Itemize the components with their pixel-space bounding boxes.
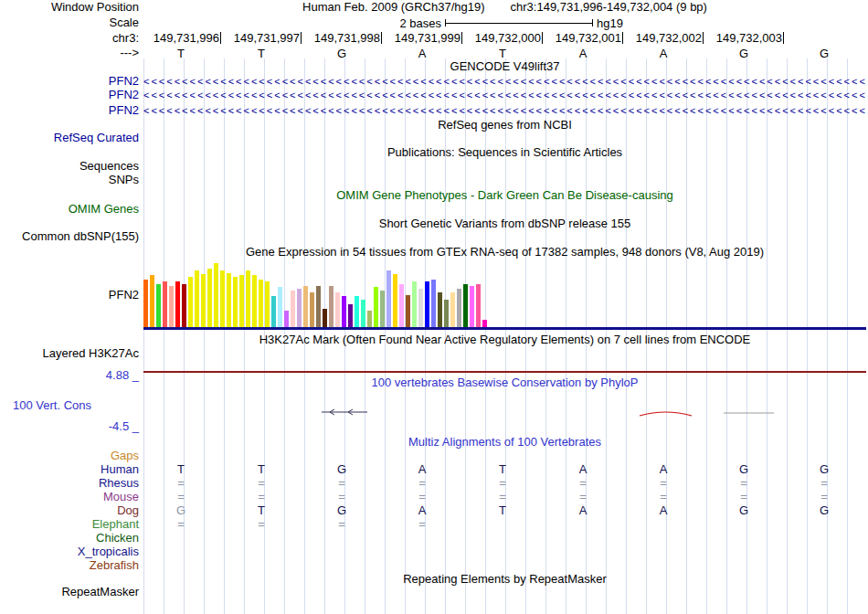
alignment-cell: = — [734, 491, 754, 503]
gene-label-pfn2-2[interactable]: PFN2 — [0, 89, 139, 101]
gtex-expression-bar — [418, 289, 423, 327]
phylop-title: 100 vertebrates Basewise Conservation by… — [143, 376, 866, 389]
alignment-cell: A — [573, 504, 593, 517]
gene-structure-pfn2-1[interactable]: <<<<<<<<<<<<<<<<<<<<<<<<<<<<<<<<<<<<<<<<… — [143, 75, 866, 88]
gtex-expression-bar — [450, 292, 455, 327]
refseq-curated-label[interactable]: RefSeq Curated — [0, 132, 139, 144]
gtex-expression-bar — [297, 289, 302, 327]
coordinate-label: 149,731,997 — [221, 32, 302, 44]
gtex-expression-bar — [425, 281, 429, 327]
window-position-title: Human Feb. 2009 (GRCh37/hg19)chr3:149,73… — [143, 1, 866, 14]
scale-label: Scale — [0, 16, 139, 29]
alignment-cell: A — [573, 463, 593, 476]
alignment-cell: = — [412, 491, 432, 503]
coordinate-label: 149,732,002 — [623, 32, 704, 44]
gtex-expression-bar — [156, 284, 161, 327]
alignment-cell: = — [332, 491, 352, 503]
gene-structure-pfn2-2[interactable]: <<<<<<<<<<<<<<<<<<<<<<<<<<<<<<<<<<<<<<<<… — [143, 89, 866, 101]
species-label-chicken[interactable]: Chicken — [0, 532, 139, 545]
omim-genes-label[interactable]: OMIM Genes — [0, 203, 139, 216]
omim-title: OMIM Gene Phenotypes - Dark Green Can Be… — [143, 189, 866, 202]
gene-structure-pfn2-3[interactable]: <<<<<<<<<<<<<<<<<<<<<<<<<<<<<<<<<<<<<<<<… — [143, 104, 866, 117]
alignment-cell: = — [492, 491, 513, 503]
coordinate-label: 149,731,999 — [382, 32, 462, 44]
sequences-label[interactable]: Sequences — [0, 160, 139, 173]
alignment-cell: = — [251, 518, 271, 531]
gene-label-pfn2-1[interactable]: PFN2 — [0, 75, 139, 88]
alignment-cell: T — [251, 504, 271, 517]
gtex-expression-bar — [233, 277, 238, 327]
gtex-expression-bar — [239, 275, 244, 327]
alignment-cell: T — [171, 463, 191, 476]
reference-base: A — [412, 47, 432, 60]
coordinate-label: 149,731,996 — [141, 32, 221, 44]
reference-base: T — [492, 47, 513, 60]
species-label-zebrafish[interactable]: Zebrafish — [0, 559, 139, 572]
phylop-track-label[interactable]: 100 Vert. Cons — [0, 399, 91, 412]
gtex-expression-bar — [393, 274, 397, 327]
gtex-expression-bar — [214, 263, 218, 327]
reference-base: G — [734, 47, 754, 60]
species-label-mouse[interactable]: Mouse — [0, 491, 139, 503]
alignment-cell: T — [492, 504, 513, 517]
species-label-elephant[interactable]: Elephant — [0, 518, 139, 531]
alignment-cell: T — [492, 463, 513, 476]
alignment-cell: G — [332, 463, 352, 476]
gtex-expression-bar — [195, 270, 199, 327]
gtex-expression-bar — [329, 286, 333, 327]
phylop-conservation-marks — [143, 404, 866, 424]
species-label-dog[interactable]: Dog — [0, 504, 139, 517]
scale-genome-label: hg19 — [597, 16, 623, 30]
genome-browser-image: Window Position Human Feb. 2009 (GRCh37/… — [0, 0, 868, 614]
gtex-expression-bar — [220, 270, 225, 327]
alignment-cell: = — [492, 477, 513, 490]
gtex-title: Gene Expression in 54 tissues from GTEx … — [143, 246, 866, 259]
gtex-expression-chart[interactable] — [143, 259, 491, 327]
reference-base: G — [814, 47, 834, 60]
gtex-expression-bar — [342, 296, 346, 327]
scale-bar — [445, 19, 593, 26]
phylop-max-label: 4.88 _ — [0, 369, 139, 382]
gtex-expression-bar — [406, 295, 410, 327]
alignment-cell: = — [573, 491, 593, 503]
gene-label-pfn2-3[interactable]: PFN2 — [0, 104, 139, 117]
alignment-cell: A — [653, 463, 673, 476]
alignment-cell: = — [251, 491, 271, 503]
scale-value: 2 bases — [143, 16, 441, 30]
alignment-cell: = — [332, 518, 352, 531]
reference-base: T — [251, 47, 271, 60]
repeatmasker-label[interactable]: RepeatMasker — [0, 586, 139, 598]
alignment-cell: = — [412, 477, 432, 490]
gtex-expression-bar — [163, 281, 167, 327]
gtex-expression-bar — [463, 284, 468, 327]
gtex-expression-bar — [431, 280, 436, 327]
alignment-cell: A — [653, 504, 673, 517]
assembly-name: Human Feb. 2009 (GRCh37/hg19) — [302, 0, 484, 14]
coordinate-label: 149,732,001 — [543, 32, 623, 44]
gtex-expression-bar — [399, 284, 404, 327]
species-label-x_tropicalis[interactable]: X_tropicalis — [0, 545, 139, 558]
coordinate-label: 149,732,000 — [462, 32, 543, 44]
species-label-gaps[interactable]: Gaps — [0, 450, 139, 462]
species-label-rhesus[interactable]: Rhesus — [0, 477, 139, 490]
h3k27ac-signal-line — [143, 371, 866, 373]
snps-label[interactable]: SNPs — [0, 174, 139, 186]
gtex-expression-bar — [386, 270, 391, 327]
gtex-gene-label[interactable]: PFN2 — [0, 289, 139, 302]
gtex-baseline — [143, 327, 866, 330]
alignment-cell: = — [412, 518, 432, 531]
gtex-expression-bar — [367, 311, 372, 327]
alignment-cell: = — [171, 491, 191, 503]
alignment-cell: = — [814, 477, 834, 490]
alignment-cell: = — [251, 477, 271, 490]
gtex-expression-bar — [361, 300, 365, 327]
alignment-cell: A — [412, 504, 432, 517]
reference-base: A — [573, 47, 593, 60]
h3k27ac-label[interactable]: Layered H3K27Ac — [0, 347, 139, 360]
species-label-human[interactable]: Human — [0, 463, 139, 476]
window-position-label: Window Position — [0, 1, 139, 14]
alignment-cell: = — [734, 477, 754, 490]
common-dbsnp-label[interactable]: Common dbSNP(155) — [0, 230, 139, 243]
gtex-expression-bar — [457, 289, 461, 327]
gtex-expression-bar — [310, 292, 314, 327]
